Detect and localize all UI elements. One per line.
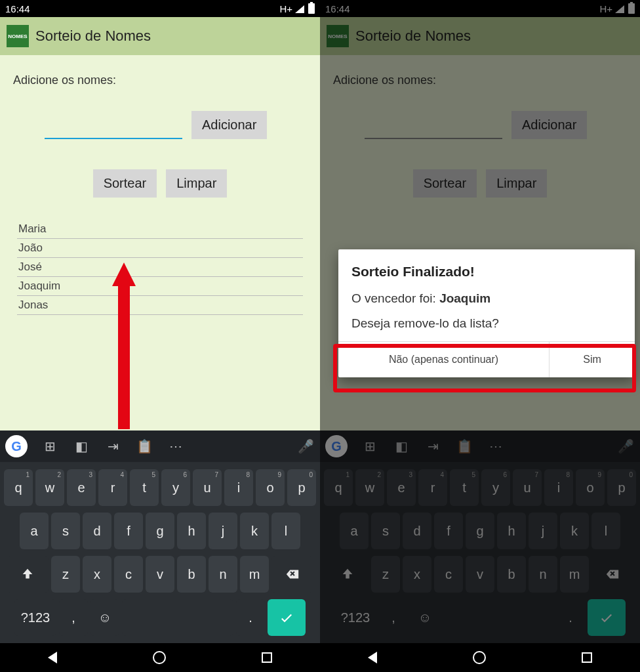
key-z[interactable]: z bbox=[371, 556, 400, 593]
more-icon[interactable]: ⋯ bbox=[487, 437, 505, 455]
mic-icon[interactable]: 🎤 bbox=[296, 437, 315, 455]
nav-recents-icon[interactable] bbox=[262, 652, 272, 663]
key-p[interactable]: p0 bbox=[287, 469, 316, 506]
symbols-key[interactable]: ?123 bbox=[14, 599, 56, 636]
period-key[interactable]: . bbox=[236, 599, 265, 636]
keyboard[interactable]: G ⊞ ◧ ⇥ 📋 ⋯ 🎤 q1w2e3r4t5y6u7i8o9p0 asdfg… bbox=[0, 430, 320, 643]
key-w[interactable]: w2 bbox=[35, 469, 64, 506]
period-key[interactable]: . bbox=[556, 599, 585, 636]
key-t[interactable]: t5 bbox=[450, 469, 479, 506]
nav-recents-icon[interactable] bbox=[582, 652, 592, 663]
add-button[interactable]: Adicionar bbox=[191, 111, 267, 139]
key-x[interactable]: x bbox=[403, 556, 431, 593]
symbols-key[interactable]: ?123 bbox=[334, 599, 376, 636]
google-icon[interactable]: G bbox=[5, 435, 28, 457]
emoji-key[interactable]: ☺ bbox=[90, 599, 119, 636]
dialog-yes-button[interactable]: Sim bbox=[550, 342, 635, 377]
sortear-button[interactable]: Sortear bbox=[93, 169, 157, 198]
comma-key[interactable]: , bbox=[59, 599, 88, 636]
nav-home-icon[interactable] bbox=[473, 651, 486, 664]
key-f[interactable]: f bbox=[114, 513, 143, 549]
key-x[interactable]: x bbox=[83, 556, 111, 593]
key-f[interactable]: f bbox=[434, 513, 463, 549]
key-h[interactable]: h bbox=[497, 513, 526, 549]
key-m[interactable]: m bbox=[560, 556, 589, 593]
translate-icon[interactable]: ⊞ bbox=[361, 437, 379, 455]
key-n[interactable]: n bbox=[529, 556, 557, 593]
key-b[interactable]: b bbox=[497, 556, 526, 593]
cursor-icon[interactable]: ⇥ bbox=[104, 437, 122, 455]
clipboard-icon[interactable]: 📋 bbox=[455, 437, 473, 455]
emoji-key[interactable]: ☺ bbox=[410, 599, 439, 636]
key-g[interactable]: g bbox=[146, 513, 174, 549]
enter-key[interactable] bbox=[268, 599, 306, 636]
key-y[interactable]: y6 bbox=[161, 469, 190, 506]
cursor-icon[interactable]: ⇥ bbox=[424, 437, 442, 455]
key-r[interactable]: r4 bbox=[418, 469, 447, 506]
comma-key[interactable]: , bbox=[379, 599, 408, 636]
key-m[interactable]: m bbox=[240, 556, 269, 593]
key-s[interactable]: s bbox=[51, 513, 80, 549]
key-b[interactable]: b bbox=[177, 556, 206, 593]
google-icon[interactable]: G bbox=[325, 435, 348, 457]
dialog-no-button[interactable]: Não (apenas continuar) bbox=[338, 342, 550, 377]
name-input[interactable] bbox=[365, 116, 502, 139]
key-j[interactable]: j bbox=[209, 513, 237, 549]
key-u[interactable]: u7 bbox=[513, 469, 542, 506]
name-input[interactable] bbox=[45, 116, 182, 139]
key-k[interactable]: k bbox=[560, 513, 589, 549]
key-p[interactable]: p0 bbox=[607, 469, 636, 506]
backspace-key[interactable] bbox=[591, 556, 633, 593]
key-a[interactable]: a bbox=[340, 513, 369, 549]
add-button[interactable]: Adicionar bbox=[511, 111, 587, 139]
key-o[interactable]: o9 bbox=[576, 469, 605, 506]
key-d[interactable]: d bbox=[403, 513, 431, 549]
key-j[interactable]: j bbox=[529, 513, 557, 549]
sortear-button[interactable]: Sortear bbox=[413, 169, 477, 198]
sticker-icon[interactable]: ◧ bbox=[392, 437, 410, 455]
key-l[interactable]: l bbox=[591, 513, 620, 549]
key-g[interactable]: g bbox=[466, 513, 494, 549]
key-k[interactable]: k bbox=[240, 513, 269, 549]
key-s[interactable]: s bbox=[371, 513, 400, 549]
shift-key[interactable] bbox=[327, 556, 369, 593]
key-y[interactable]: y6 bbox=[481, 469, 510, 506]
clipboard-icon[interactable]: 📋 bbox=[135, 437, 153, 455]
key-i[interactable]: i8 bbox=[544, 469, 573, 506]
key-h[interactable]: h bbox=[177, 513, 206, 549]
key-a[interactable]: a bbox=[20, 513, 49, 549]
translate-icon[interactable]: ⊞ bbox=[41, 437, 59, 455]
sticker-icon[interactable]: ◧ bbox=[72, 437, 90, 455]
nav-back-icon[interactable] bbox=[368, 652, 377, 663]
key-d[interactable]: d bbox=[83, 513, 111, 549]
space-key[interactable] bbox=[442, 599, 553, 636]
key-u[interactable]: u7 bbox=[193, 469, 222, 506]
space-key[interactable] bbox=[122, 599, 233, 636]
enter-key[interactable] bbox=[588, 599, 626, 636]
key-q[interactable]: q1 bbox=[324, 469, 353, 506]
shift-key[interactable] bbox=[7, 556, 49, 593]
mic-icon[interactable]: 🎤 bbox=[616, 437, 635, 455]
key-c[interactable]: c bbox=[114, 556, 143, 593]
limpar-button[interactable]: Limpar bbox=[166, 169, 227, 198]
key-q[interactable]: q1 bbox=[4, 469, 33, 506]
key-e[interactable]: e3 bbox=[67, 469, 96, 506]
key-v[interactable]: v bbox=[466, 556, 494, 593]
key-l[interactable]: l bbox=[271, 513, 300, 549]
backspace-key[interactable] bbox=[271, 556, 313, 593]
key-c[interactable]: c bbox=[434, 556, 463, 593]
more-icon[interactable]: ⋯ bbox=[167, 437, 185, 455]
keyboard[interactable]: G ⊞ ◧ ⇥ 📋 ⋯ 🎤 q1w2e3r4t5y6u7i8o9p0 asdfg… bbox=[320, 430, 640, 643]
limpar-button[interactable]: Limpar bbox=[486, 169, 547, 198]
key-t[interactable]: t5 bbox=[130, 469, 159, 506]
key-r[interactable]: r4 bbox=[98, 469, 127, 506]
nav-back-icon[interactable] bbox=[48, 652, 57, 663]
nav-home-icon[interactable] bbox=[153, 651, 166, 664]
key-w[interactable]: w2 bbox=[355, 469, 384, 506]
key-i[interactable]: i8 bbox=[224, 469, 253, 506]
key-z[interactable]: z bbox=[51, 556, 80, 593]
key-o[interactable]: o9 bbox=[256, 469, 285, 506]
key-n[interactable]: n bbox=[209, 556, 237, 593]
key-v[interactable]: v bbox=[146, 556, 174, 593]
key-e[interactable]: e3 bbox=[387, 469, 416, 506]
